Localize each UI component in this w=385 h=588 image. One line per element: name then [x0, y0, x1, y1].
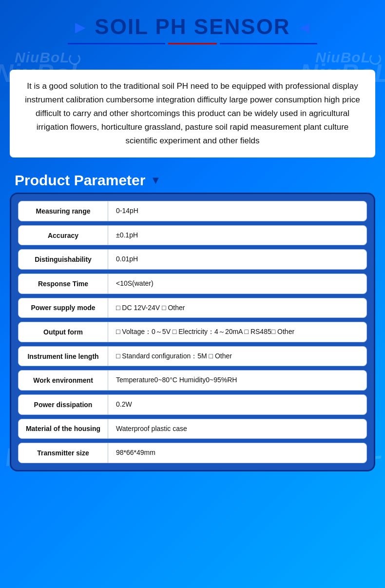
table-cell-value: 0-14pH — [108, 201, 367, 221]
left-arrow-icon: ▶ — [75, 19, 86, 35]
table-cell-label: Accuracy — [18, 225, 108, 246]
table-cell-label: Instrument line length — [18, 346, 108, 367]
table-row: Distinguishability0.01pH — [18, 249, 367, 270]
brand-right: NiuBoL — [315, 49, 370, 66]
table-cell-label: Power dissipation — [18, 394, 108, 415]
table-cell-label: Transmitter size — [18, 443, 108, 463]
table-cell-value: □ Standard configuration：5M □ Other — [108, 346, 367, 367]
table-row: Accuracy±0.1pH — [18, 225, 367, 246]
divider-line-red — [168, 43, 217, 44]
table-cell-label: Distinguishability — [18, 249, 108, 270]
table-row: Measuring range0-14pH — [18, 201, 367, 221]
table-cell-label: Material of the housing — [18, 419, 108, 439]
table-row: Instrument line length□ Standard configu… — [18, 346, 367, 367]
product-description: It is a good solution to the traditional… — [10, 70, 375, 157]
table-row: Output form□ Voltage：0～5V □ Electricity：… — [18, 322, 367, 342]
table-cell-label: Output form — [18, 322, 108, 342]
table-row: Transmitter size98*66*49mm — [18, 443, 367, 463]
table-row: Work environmentTemperature0~80°C Humidi… — [18, 370, 367, 391]
table-cell-label: Measuring range — [18, 201, 108, 221]
divider-line-right — [220, 43, 317, 44]
param-arrow-icon: ▼ — [150, 174, 161, 187]
parameter-table: Measuring range0-14pHAccuracy±0.1pHDisti… — [10, 193, 375, 471]
table-cell-value: <10S(water) — [108, 274, 367, 294]
table-cell-label: Response Time — [18, 274, 108, 294]
table-row: Power supply mode□ DC 12V-24V □ Other — [18, 298, 367, 318]
table-cell-value: Waterproof plastic case — [108, 419, 367, 439]
table-row: Power dissipation0.2W — [18, 394, 367, 415]
table-cell-label: Power supply mode — [18, 298, 108, 318]
table-row: Response Time<10S(water) — [18, 274, 367, 294]
brand-left: NiuBoL — [15, 49, 70, 66]
table-cell-value: Temperature0~80°C Humidity0~95%RH — [108, 370, 367, 391]
table-cell-value: □ DC 12V-24V □ Other — [108, 298, 367, 318]
table-cell-label: Work environment — [18, 370, 108, 391]
table-cell-value: 0.2W — [108, 394, 367, 415]
page-title: SOIL PH SENSOR — [95, 15, 290, 39]
param-heading-row: Product Parameter ▼ — [10, 167, 375, 191]
divider — [10, 43, 375, 44]
divider-line-left — [68, 43, 165, 44]
table-cell-value: □ Voltage：0～5V □ Electricity：4～20mA □ RS… — [108, 322, 367, 342]
table-cell-value: 98*66*49mm — [108, 443, 367, 463]
description-text: It is a good solution to the traditional… — [25, 81, 360, 145]
table-cell-value: ±0.1pH — [108, 225, 367, 246]
table-cell-value: 0.01pH — [108, 249, 367, 270]
param-heading: Product Parameter — [15, 172, 145, 189]
table-row: Material of the housingWaterproof plasti… — [18, 419, 367, 439]
header: ▶ SOIL PH SENSOR ◀ — [10, 10, 375, 42]
right-arrow-icon: ◀ — [299, 19, 310, 35]
brand-row: NiuBoL NiuBoL — [10, 49, 375, 66]
